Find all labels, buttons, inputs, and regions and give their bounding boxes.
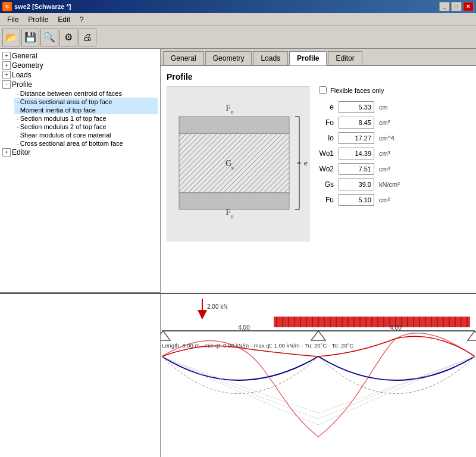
diagram-svg: Fo Gs Fu e — [167, 87, 310, 242]
menu-profile[interactable]: Profile — [23, 14, 53, 25]
tab-loads[interactable]: Loads — [253, 51, 288, 65]
lower-content: 2.00 kN — [161, 294, 476, 457]
expand-icon[interactable]: + — [2, 71, 11, 79]
tree-item-general[interactable]: + General — [2, 51, 158, 61]
menu-edit[interactable]: Edit — [53, 14, 75, 25]
prop-unit-wo2: cm³ — [379, 165, 403, 173]
prop-row-fo: Fo 8.45 cm² — [319, 117, 470, 129]
search-button[interactable]: 🔍 — [40, 29, 58, 46]
tabs-bar: General Geometry Loads Profile Editor — [161, 49, 476, 66]
profile-children: -Distance between centroid of faces -Cro… — [2, 89, 158, 148]
svg-text:e: e — [304, 158, 308, 167]
prop-label-io: Io — [319, 134, 334, 142]
svg-rect-3 — [179, 133, 289, 193]
app-icon: S — [2, 2, 12, 11]
prop-unit-e: cm — [379, 104, 403, 111]
tree-child-distance[interactable]: -Distance between centroid of faces — [14, 89, 158, 98]
prop-value-gs[interactable]: 39.0 — [339, 179, 374, 190]
minimize-button[interactable]: _ — [439, 2, 450, 11]
profile-diagram: Fo Gs Fu e — [167, 86, 309, 241]
prop-value-wo1[interactable]: 14.39 — [339, 148, 374, 159]
prop-label-wo2: Wo2 — [319, 165, 334, 173]
expand-icon[interactable]: + — [2, 61, 11, 70]
tree-child-cross-top[interactable]: -Cross sectional area of top face — [14, 98, 158, 106]
menu-bar: File Profile Edit ? — [0, 13, 476, 26]
tab-profile[interactable]: Profile — [289, 51, 327, 65]
menu-help[interactable]: ? — [75, 14, 89, 25]
prop-label-e: e — [319, 103, 334, 111]
svg-marker-52 — [468, 331, 476, 340]
title-bar: S swe2 [Schwarze *] _ □ ✕ — [0, 0, 476, 13]
tab-general[interactable]: General — [163, 51, 204, 65]
prop-row-fu: Fu 5.10 cm² — [319, 194, 470, 206]
flexible-faces-label: Flexible faces only — [330, 87, 384, 94]
prop-value-fu[interactable]: 5.10 — [339, 194, 374, 206]
expand-icon[interactable]: + — [2, 52, 11, 60]
profile-tab-content: Profile — [161, 66, 476, 293]
prop-row-wo1: Wo1 14.39 cm³ — [319, 148, 470, 159]
lower-right: 2.00 kN — [161, 294, 476, 457]
lower-left — [0, 294, 161, 457]
tree-label-general: General — [12, 52, 37, 60]
flexible-faces-checkbox[interactable] — [319, 86, 327, 94]
close-button[interactable]: ✕ — [463, 2, 474, 11]
prop-row-e: e 5.33 cm — [319, 101, 470, 113]
window-title: swe2 [Schwarze *] — [14, 3, 71, 10]
tree-panel: + General + Geometry + Loads - Profile -… — [0, 49, 161, 293]
profile-title: Profile — [167, 72, 470, 82]
save-button[interactable]: 💾 — [21, 29, 39, 46]
profile-body: Fo Gs Fu e — [167, 86, 470, 241]
lower-area: 2.00 kN — [0, 293, 476, 457]
tree-label-profile: Profile — [12, 80, 32, 89]
svg-rect-1 — [179, 117, 289, 133]
upper-area: + General + Geometry + Loads - Profile -… — [0, 49, 476, 293]
flexible-faces-row: Flexible faces only — [319, 86, 470, 94]
tab-geometry[interactable]: Geometry — [205, 51, 252, 65]
tree-item-loads[interactable]: + Loads — [2, 70, 158, 80]
prop-label-fu: Fu — [319, 196, 334, 204]
toolbar: 📂 💾 🔍 ⚙ 🖨 — [0, 26, 476, 49]
maximize-button[interactable]: □ — [451, 2, 462, 11]
tree-child-moment-top[interactable]: -Moment inertia of top face — [14, 106, 158, 114]
svg-marker-51 — [311, 331, 325, 340]
prop-unit-fo: cm² — [379, 119, 403, 126]
tree-item-profile[interactable]: - Profile — [2, 80, 158, 89]
prop-unit-gs: kN/cm² — [379, 181, 403, 188]
tree-label-loads: Loads — [12, 71, 32, 79]
svg-text:4.00: 4.00 — [238, 324, 250, 331]
prop-label-fo: Fo — [319, 118, 334, 127]
tree-label-editor: Editor — [12, 148, 30, 156]
menu-file[interactable]: File — [2, 14, 23, 25]
open-button[interactable]: 📂 — [2, 29, 20, 46]
main-container: + General + Geometry + Loads - Profile -… — [0, 49, 476, 457]
tree-item-geometry[interactable]: + Geometry — [2, 61, 158, 70]
tree-child-section1-top[interactable]: -Section modulus 1 of top face — [14, 114, 158, 123]
prop-value-io[interactable]: 17.27 — [339, 132, 374, 144]
prop-value-fo[interactable]: 8.45 — [339, 117, 374, 129]
tree-child-cross-bottom[interactable]: -Cross sectional area of bottom face — [14, 139, 158, 148]
tree-child-shear-core[interactable]: -Shear modulus of core material — [14, 131, 158, 139]
structural-diagram: 2.00 kN — [161, 294, 476, 457]
tree-item-editor[interactable]: + Editor — [2, 148, 158, 157]
svg-rect-4 — [179, 193, 289, 209]
tab-editor[interactable]: Editor — [328, 51, 362, 65]
prop-row-io: Io 17.27 cm^4 — [319, 132, 470, 144]
props-panel: Flexible faces only e 5.33 cm Fo 8.45 cm… — [319, 86, 470, 241]
prop-label-wo1: Wo1 — [319, 149, 334, 158]
prop-row-gs: Gs 39.0 kN/cm² — [319, 179, 470, 190]
tree-label-geometry: Geometry — [12, 61, 43, 70]
prop-unit-wo1: cm³ — [379, 150, 403, 157]
prop-value-wo2[interactable]: 7.51 — [339, 163, 374, 175]
expand-icon[interactable]: + — [2, 148, 11, 156]
expand-icon[interactable]: - — [2, 80, 11, 89]
svg-marker-50 — [161, 331, 170, 340]
prop-row-wo2: Wo2 7.51 cm³ — [319, 163, 470, 175]
svg-text:4.00: 4.00 — [390, 324, 402, 331]
right-panel: General Geometry Loads Profile Editor Pr… — [161, 49, 476, 293]
prop-value-e[interactable]: 5.33 — [339, 101, 374, 113]
print-button[interactable]: 🖨 — [79, 29, 96, 46]
tree-child-section2-top[interactable]: -Section modulus 2 of top face — [14, 123, 158, 131]
svg-text:2.00 kN: 2.00 kN — [207, 303, 227, 310]
settings-button[interactable]: ⚙ — [60, 29, 77, 46]
prop-label-gs: Gs — [319, 180, 334, 189]
